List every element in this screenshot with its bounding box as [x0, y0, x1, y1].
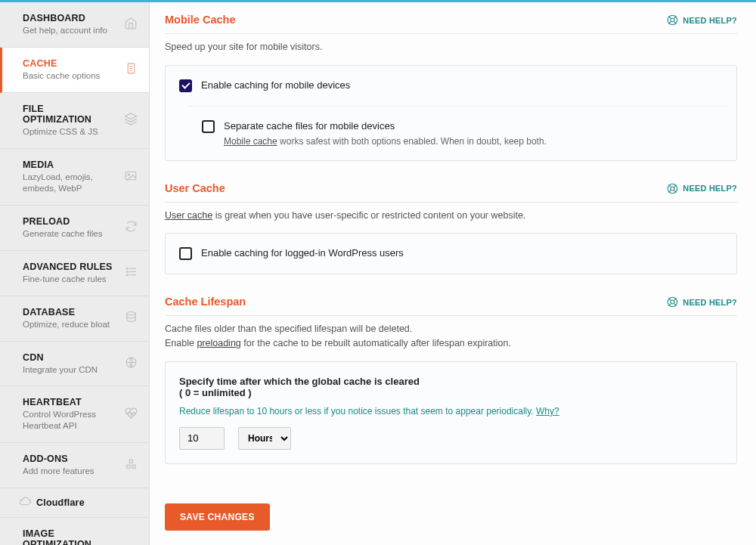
lifespan-sub: ( 0 = unlimited ) [179, 387, 723, 398]
svg-rect-16 [127, 465, 130, 468]
sidebar-item-media[interactable]: MEDIA LazyLoad, emojis, embeds, WebP [0, 149, 149, 206]
svg-point-25 [671, 187, 674, 190]
lifespan-unit-select[interactable]: Hours [238, 427, 291, 450]
sidebar-item-cloudflare[interactable]: Cloudflare [0, 488, 149, 518]
svg-rect-17 [132, 465, 135, 468]
sidebar-item-title: FILE OPTIMIZATION [23, 104, 115, 125]
lifespan-value-input[interactable] [179, 427, 225, 450]
heart-icon [125, 407, 138, 422]
sidebar-item-title: PRELOAD [23, 216, 115, 227]
sidebar-item-sub: Integrate your CDN [23, 364, 115, 376]
sidebar-item-title: Cloudflare [36, 497, 85, 508]
section-mobile-cache: Mobile Cache NEED HELP? Speed up your si… [165, 14, 737, 161]
doc-icon [125, 62, 138, 77]
option-label: Separate cache files for mobile devices [224, 120, 547, 133]
sidebar-item-sub: Get help, account info [23, 25, 115, 36]
svg-point-13 [127, 311, 135, 314]
section-title: Cache Lifespan [165, 296, 246, 308]
db-icon [125, 311, 138, 326]
globe-icon [125, 356, 138, 371]
image-icon [124, 170, 138, 184]
svg-rect-15 [129, 460, 132, 463]
sidebar-item-image-optimization[interactable]: IMAGE OPTIMIZATION Compress your images [0, 518, 149, 545]
cubes-icon [125, 458, 138, 473]
sidebar-item-advanced-rules[interactable]: ADVANCED RULES Fine-tune cache rules [0, 251, 149, 296]
cloud-icon [19, 497, 32, 509]
section-user-cache: User Cache NEED HELP? User cache is grea… [165, 182, 737, 275]
sliders-icon [125, 265, 138, 280]
svg-point-6 [128, 174, 129, 175]
sidebar-item-title: CDN [23, 352, 115, 363]
sidebar-item-file-optimization[interactable]: FILE OPTIMIZATION Optimize CSS & JS [0, 93, 149, 149]
section-title: Mobile Cache [165, 14, 235, 26]
save-button[interactable]: SAVE CHANGES [165, 503, 270, 531]
section-desc-link[interactable]: User cache [165, 210, 212, 221]
sidebar-item-sub: Control WordPress Heartbeat API [23, 409, 115, 432]
option-help: Mobile cache works safest with both opti… [224, 136, 547, 147]
sidebar-item-title: ADVANCED RULES [23, 262, 115, 272]
section-desc-link[interactable]: preloading [197, 338, 240, 348]
lifespan-hint-link[interactable]: Why? [536, 406, 559, 416]
sidebar-item-title: HEARTBEAT [23, 397, 115, 407]
section-title: User Cache [165, 182, 225, 194]
need-help-link[interactable]: NEED HELP? [667, 14, 737, 26]
sidebar-item-sub: Add more features [23, 466, 115, 477]
sidebar-item-sub: Generate cache files [23, 228, 115, 240]
need-help-link[interactable]: NEED HELP? [667, 183, 737, 194]
sidebar-item-cdn[interactable]: CDN Integrate your CDN [0, 342, 149, 387]
need-help-link[interactable]: NEED HELP? [667, 296, 737, 308]
lifespan-hint: Reduce lifespan to 10 hours or less if y… [179, 406, 723, 416]
sidebar-item-sub: Optimize CSS & JS [23, 126, 115, 138]
section-desc: Cache files older than the specified lif… [165, 322, 737, 351]
svg-point-7 [126, 268, 128, 269]
need-help-label: NEED HELP? [683, 16, 737, 25]
section-desc: User cache is great when you have user-s… [165, 209, 737, 223]
sidebar: DASHBOARD Get help, account info CACHE B… [0, 0, 150, 545]
home-icon [124, 17, 138, 33]
option-label: Enable caching for logged-in WordPress u… [201, 247, 404, 260]
svg-rect-5 [125, 172, 136, 180]
need-help-label: NEED HELP? [683, 184, 737, 193]
sidebar-item-title: DATABASE [23, 307, 115, 317]
sidebar-item-title: IMAGE OPTIMIZATION [23, 528, 115, 545]
sidebar-item-cache[interactable]: CACHE Basic cache options [0, 48, 149, 93]
sidebar-item-title: MEDIA [23, 159, 115, 170]
checkbox-separate-cache[interactable] [202, 120, 215, 133]
svg-point-31 [671, 300, 674, 304]
sidebar-item-sub: LazyLoad, emojis, embeds, WebP [23, 172, 115, 194]
stack-icon [124, 113, 138, 129]
section-cache-lifespan: Cache Lifespan NEED HELP? Cache files ol… [165, 296, 737, 464]
sidebar-item-heartbeat[interactable]: HEARTBEAT Control WordPress Heartbeat AP… [0, 386, 149, 443]
sidebar-item-title: DASHBOARD [23, 13, 115, 23]
svg-point-11 [126, 274, 128, 276]
svg-marker-4 [125, 113, 137, 119]
sidebar-item-sub: Fine-tune cache rules [23, 274, 115, 285]
sidebar-item-addons[interactable]: ADD-ONS Add more features [0, 443, 149, 488]
main-content: Mobile Cache NEED HELP? Speed up your si… [150, 0, 756, 545]
svg-point-9 [126, 271, 128, 273]
option-label: Enable caching for mobile devices [201, 79, 350, 92]
checkbox-mobile-cache[interactable] [179, 79, 192, 92]
refresh-icon [125, 220, 138, 235]
option-help-link[interactable]: Mobile cache [224, 136, 277, 147]
lifespan-heading: Specify time after which the global cach… [179, 376, 723, 387]
need-help-label: NEED HELP? [683, 298, 737, 307]
svg-point-19 [671, 18, 674, 22]
sidebar-item-title: ADD-ONS [23, 454, 115, 464]
sidebar-item-dashboard[interactable]: DASHBOARD Get help, account info [0, 2, 149, 48]
sidebar-item-database[interactable]: DATABASE Optimize, reduce bloat [0, 296, 149, 342]
sidebar-item-title: CACHE [23, 58, 115, 69]
sidebar-item-preload[interactable]: PRELOAD Generate cache files [0, 206, 149, 251]
section-desc: Speed up your site for mobile visitors. [165, 40, 737, 54]
checkbox-user-cache[interactable] [179, 247, 192, 260]
sidebar-item-sub: Basic cache options [23, 70, 115, 82]
sidebar-item-sub: Optimize, reduce bloat [23, 319, 115, 330]
